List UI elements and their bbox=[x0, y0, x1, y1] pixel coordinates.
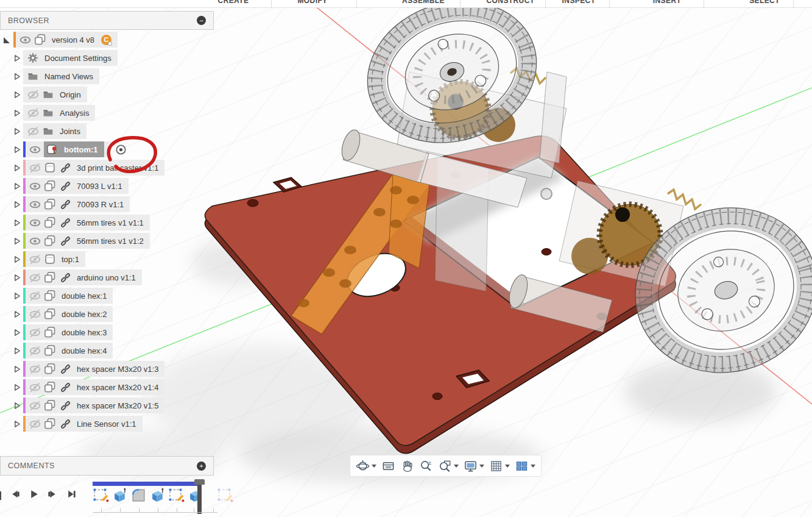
add-comment-button[interactable]: + bbox=[197, 462, 206, 471]
sidebar-item-top[interactable]: top:1 bbox=[0, 250, 214, 268]
fit-button[interactable] bbox=[436, 457, 461, 475]
visibility-eye-off-icon[interactable] bbox=[27, 125, 39, 137]
expand-arrow-icon[interactable] bbox=[11, 255, 23, 263]
play-button[interactable] bbox=[29, 489, 39, 502]
browser-collapse-button[interactable]: − bbox=[197, 16, 206, 25]
sidebar-item-70093-r[interactable]: 70093 R v1:1 bbox=[0, 195, 214, 213]
chevron-down-icon[interactable] bbox=[531, 465, 535, 468]
timeline-feature-sketch-suppressed[interactable] bbox=[217, 487, 233, 506]
viewports-button[interactable] bbox=[513, 457, 537, 475]
expand-arrow-icon[interactable] bbox=[11, 292, 23, 300]
chevron-down-icon[interactable] bbox=[479, 465, 484, 468]
timeline-playhead-marker[interactable] bbox=[197, 479, 202, 514]
expand-arrow-icon[interactable] bbox=[11, 402, 23, 410]
sidebar-item-56mm-tires-2[interactable]: 56mm tires v1 v1:2 bbox=[0, 232, 214, 250]
sidebar-item-double-hex-4[interactable]: double hex:4 bbox=[0, 341, 214, 360]
visibility-eye-off-icon[interactable] bbox=[29, 308, 41, 320]
timeline-feature-extrude-2[interactable] bbox=[149, 487, 166, 506]
visibility-eye-icon[interactable] bbox=[29, 143, 41, 155]
visibility-eye-icon[interactable] bbox=[29, 235, 41, 247]
visibility-eye-off-icon[interactable] bbox=[29, 381, 41, 393]
sidebar-item-analysis[interactable]: Analysis bbox=[0, 104, 214, 122]
sidebar-item-56mm-tires-1[interactable]: 56mm tires v1 v1:1 bbox=[0, 213, 214, 232]
orbit-button[interactable] bbox=[354, 457, 378, 475]
sidebar-item-joints[interactable]: Joints bbox=[0, 122, 214, 140]
expand-arrow-icon[interactable] bbox=[11, 127, 23, 135]
previous-feature-button[interactable] bbox=[10, 489, 20, 502]
expand-arrow-icon[interactable] bbox=[11, 182, 23, 190]
ribbon-group-insert[interactable]: INSERT bbox=[653, 0, 681, 5]
visibility-eye-off-icon[interactable] bbox=[29, 418, 41, 430]
visibility-eye-off-icon[interactable] bbox=[29, 253, 41, 265]
visibility-eye-off-icon[interactable] bbox=[29, 290, 41, 302]
ribbon-group-modify[interactable]: MODIFY bbox=[297, 0, 327, 5]
timeline-feature-fillet[interactable] bbox=[130, 487, 147, 506]
expand-arrow-icon[interactable] bbox=[11, 329, 23, 337]
next-feature-button[interactable] bbox=[48, 489, 58, 502]
expand-arrow-icon[interactable] bbox=[11, 201, 23, 209]
sidebar-item-hex-spacer-5[interactable]: hex spacer M3x20 v1:5 bbox=[0, 396, 214, 415]
sidebar-item-line-sensor[interactable]: Line Sensor v1:1 bbox=[0, 415, 214, 433]
visibility-eye-icon[interactable] bbox=[29, 198, 41, 210]
visibility-eye-icon[interactable] bbox=[29, 216, 41, 229]
expand-arrow-icon[interactable] bbox=[1, 35, 13, 44]
sidebar-item-arduino-uno[interactable]: arduino uno v1:1 bbox=[0, 268, 214, 287]
visibility-eye-off-icon[interactable] bbox=[29, 399, 41, 412]
go-to-end-button[interactable] bbox=[66, 489, 77, 502]
timeline-feature-sketch-2[interactable] bbox=[168, 487, 185, 506]
expand-arrow-icon[interactable] bbox=[11, 146, 23, 154]
sidebar-item-bottom[interactable]: bottom:1 bbox=[0, 140, 214, 159]
ribbon-group-construct[interactable]: CONSTRUCT bbox=[487, 0, 535, 5]
visibility-eye-icon[interactable] bbox=[19, 34, 31, 46]
expand-arrow-icon[interactable] bbox=[11, 420, 23, 428]
sidebar-item-hex-spacer-4[interactable]: hex spacer M3x20 v1:4 bbox=[0, 378, 214, 396]
display-settings-button[interactable] bbox=[462, 457, 486, 475]
sidebar-item-ball-caster[interactable]: 3d print ball caster v1:1 bbox=[0, 159, 214, 177]
expand-arrow-icon[interactable] bbox=[11, 365, 23, 373]
expand-arrow-icon[interactable] bbox=[11, 54, 23, 62]
visibility-eye-off-icon[interactable] bbox=[27, 88, 39, 101]
expand-arrow-icon[interactable] bbox=[11, 237, 23, 245]
visibility-eye-off-icon[interactable] bbox=[29, 271, 41, 283]
look-at-button[interactable] bbox=[380, 457, 397, 475]
grid-and-snaps-button[interactable] bbox=[487, 457, 512, 475]
sidebar-item-70093-l[interactable]: 70093 L v1:1 bbox=[0, 177, 214, 195]
expand-arrow-icon[interactable] bbox=[11, 347, 23, 355]
chevron-down-icon[interactable] bbox=[505, 465, 510, 468]
sidebar-item-double-hex-1[interactable]: double hex:1 bbox=[0, 287, 214, 305]
sidebar-item-double-hex-2[interactable]: double hex:2 bbox=[0, 305, 214, 323]
sidebar-item-named-views[interactable]: Named Views bbox=[0, 67, 214, 85]
visibility-eye-off-icon[interactable] bbox=[29, 363, 41, 375]
expand-arrow-icon[interactable] bbox=[11, 73, 23, 80]
activate-component-radio[interactable] bbox=[115, 143, 127, 155]
sidebar-item-document-settings[interactable]: Document Settings bbox=[0, 49, 214, 67]
timeline-feature-extrude-1[interactable] bbox=[111, 487, 128, 506]
chevron-down-icon[interactable] bbox=[454, 465, 459, 468]
zoom-button[interactable] bbox=[417, 457, 435, 475]
visibility-eye-off-icon[interactable] bbox=[29, 326, 41, 338]
go-to-beginning-button[interactable] bbox=[0, 491, 1, 500]
expand-arrow-icon[interactable] bbox=[11, 109, 23, 117]
visibility-eye-off-icon[interactable] bbox=[29, 344, 41, 357]
sidebar-item-double-hex-3[interactable]: double hex:3 bbox=[0, 323, 214, 341]
timeline-feature-sketch-1[interactable] bbox=[93, 487, 109, 506]
ribbon-group-select[interactable]: SELECT bbox=[749, 0, 780, 5]
ribbon-group-inspect[interactable]: INSPECT bbox=[562, 0, 596, 5]
expand-arrow-icon[interactable] bbox=[11, 91, 23, 99]
sidebar-item-hex-spacer-3[interactable]: hex spacer M3x20 v1:3 bbox=[0, 360, 214, 378]
selected-component-highlight[interactable]: bottom:1 bbox=[44, 141, 104, 157]
ribbon-group-create[interactable]: CREATE bbox=[218, 0, 249, 5]
visibility-eye-icon[interactable] bbox=[29, 180, 41, 192]
expand-arrow-icon[interactable] bbox=[11, 274, 23, 282]
chevron-down-icon[interactable] bbox=[372, 465, 376, 468]
ribbon-group-assemble[interactable]: ASSEMBLE bbox=[402, 0, 445, 5]
visibility-eye-off-icon[interactable] bbox=[27, 107, 39, 119]
expand-arrow-icon[interactable] bbox=[11, 383, 23, 391]
sidebar-item-origin[interactable]: Origin bbox=[0, 85, 214, 104]
sidebar-item-root-component[interactable]: version 4 v8 C bbox=[0, 30, 214, 49]
component-label[interactable]: version 4 v8 bbox=[49, 35, 94, 45]
origin-marker[interactable] bbox=[541, 188, 552, 199]
visibility-eye-off-icon[interactable] bbox=[29, 162, 41, 174]
expand-arrow-icon[interactable] bbox=[11, 310, 23, 318]
expand-arrow-icon[interactable] bbox=[11, 219, 23, 227]
